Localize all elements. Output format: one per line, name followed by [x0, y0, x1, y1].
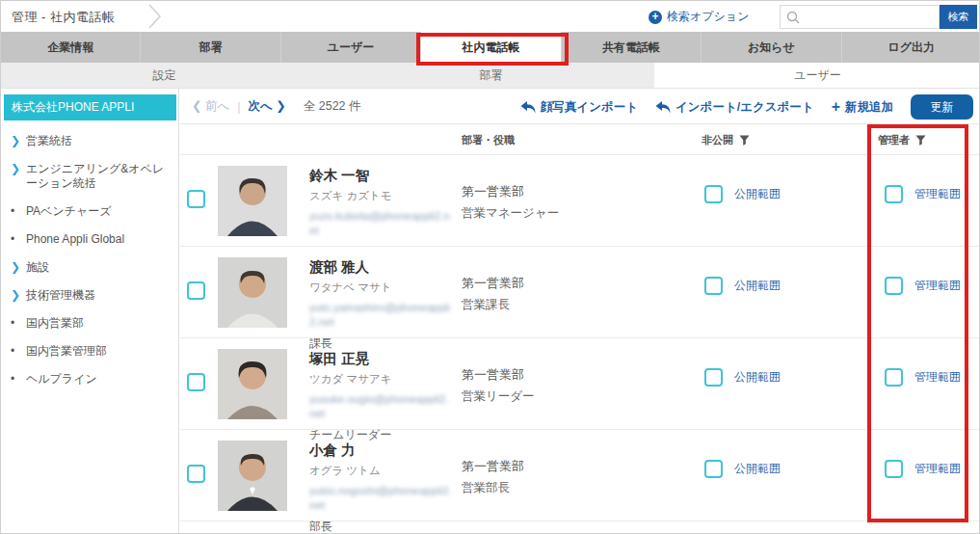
bullet-icon: •: [11, 372, 26, 387]
chevron-right-icon: ❯: [11, 288, 26, 303]
photo-import-button[interactable]: 顔写真インポート: [520, 99, 638, 116]
sidebar-item-facilities[interactable]: ❯ 施設: [1, 254, 179, 281]
user-name[interactable]: 塚田 正晃: [309, 350, 456, 368]
sidebar-item-phone-appli-global[interactable]: • Phone Appli Global: [1, 226, 179, 254]
tab-department[interactable]: 部署: [141, 32, 280, 63]
import-export-button[interactable]: インポート/エクスポート: [655, 99, 814, 116]
tree-item-label: ヘルプライン: [26, 372, 97, 387]
table-row: 鈴木 一智 スズキ カズトモ yuzo.kubota@phoneappli2.n…: [180, 155, 980, 247]
user-email-blurred: yuzo.kubota@phoneappli2.net: [309, 209, 454, 238]
user-photo[interactable]: [218, 257, 287, 328]
sub-tabbar: 設定 部署 ユーザー: [1, 63, 980, 89]
subtab-settings[interactable]: 設定: [1, 63, 328, 88]
user-department: 第一営業部: [462, 183, 635, 200]
department-tree: ❯ 営業統括 ❯ エンジニアリング&オペレーション統括 • PAベンチャーズ •…: [1, 127, 179, 393]
user-photo[interactable]: [218, 349, 287, 419]
public-scope-link[interactable]: 公開範囲: [734, 369, 781, 386]
user-identity: 鈴木 一智 スズキ カズトモ yuzo.kubota@phoneappli2.n…: [309, 167, 456, 238]
tab-notices[interactable]: お知らせ: [702, 32, 841, 63]
user-photo[interactable]: [218, 441, 287, 511]
tab-user[interactable]: ユーザー: [281, 32, 421, 63]
public-scope-link[interactable]: 公開範囲: [734, 186, 781, 202]
row-checkbox[interactable]: [187, 190, 205, 212]
tree-item-label: Phone Appli Global: [26, 232, 124, 247]
photo-import-label: 顔写真インポート: [541, 99, 638, 116]
private-checkbox[interactable]: [704, 185, 723, 203]
private-scope-cell: 公開範囲: [704, 368, 781, 387]
user-rows: 鈴木 一智 スズキ カズトモ yuzo.kubota@phoneappli2.n…: [180, 155, 980, 521]
sidebar-item-engineering-operations[interactable]: ❯ エンジニアリング&オペレーション統括: [1, 155, 179, 198]
department-sidebar: 株式会社PHONE APPLI ❯ 営業統括 ❯ エンジニアリング&オペレーショ…: [1, 89, 179, 534]
page-title: 管理 - 社内電話帳: [12, 9, 116, 26]
tree-item-label: エンジニアリング&オペレーション統括: [26, 162, 175, 191]
row-checkbox[interactable]: [187, 281, 205, 304]
search-icon: [786, 11, 800, 24]
public-scope-link[interactable]: 公開範囲: [734, 278, 781, 294]
chevron-right-icon: ❯: [11, 134, 26, 148]
row-checkbox[interactable]: [187, 373, 205, 395]
update-button[interactable]: 更新: [911, 94, 973, 120]
column-header-dept-role: 部署・役職: [462, 133, 515, 147]
search-options-button[interactable]: + 検索オプション: [649, 9, 749, 25]
public-scope-link[interactable]: 公開範囲: [734, 461, 781, 477]
search-box: [780, 5, 940, 29]
tab-shared-directory[interactable]: 共有電話帳: [562, 32, 702, 63]
sidebar-item-tech-equipment[interactable]: ❯ 技術管理機器: [1, 281, 179, 309]
table-header-row: 部署・役職 非公開 管理者: [180, 124, 980, 155]
sidebar-item-pa-ventures[interactable]: • PAベンチャーズ: [1, 198, 179, 226]
tab-company-info[interactable]: 企業情報: [1, 32, 141, 63]
admin-directory-window: 管理 - 社内電話帳 + 検索オプション 検索 企業情報 部署 ユーザー 社内電…: [0, 0, 980, 534]
column-header-admin: 管理者: [878, 133, 926, 147]
sidebar-item-sales-general[interactable]: ❯ 営業統括: [1, 127, 179, 155]
filter-icon[interactable]: [739, 135, 750, 146]
total-count-label: 全 2522 件: [304, 98, 361, 115]
prev-page-button[interactable]: ❮ 前へ: [192, 98, 229, 115]
sidebar-item-helpline[interactable]: • ヘルプライン: [1, 365, 179, 393]
tree-item-label: 国内営業管理部: [26, 344, 107, 359]
bullet-icon: •: [11, 232, 26, 247]
subtab-department[interactable]: 部署: [328, 63, 654, 88]
tree-item-label: 技術管理機器: [26, 288, 95, 303]
search-input[interactable]: [800, 11, 939, 24]
next-page-button[interactable]: 次へ ❯: [249, 98, 286, 115]
user-name[interactable]: 渡部 雅人: [309, 258, 456, 277]
toolbar-actions: 顔写真インポート インポート/エクスポート + 新規追加 更新: [520, 94, 973, 120]
tab-log-export[interactable]: ログ出力: [842, 32, 980, 63]
user-kana: ワタナベ マサト: [309, 280, 456, 295]
search-button[interactable]: 検索: [940, 5, 977, 29]
user-dept-role: 第一営業部 営業マネージャー: [462, 183, 635, 222]
filter-icon[interactable]: [915, 135, 926, 146]
chevron-right-icon: ❯: [11, 162, 26, 176]
tab-internal-directory[interactable]: 社内電話帳: [421, 32, 561, 63]
sidebar-item-domestic-sales-admin[interactable]: • 国内営業管理部: [1, 337, 179, 365]
admin-checkbox[interactable]: [885, 460, 903, 478]
subtab-user[interactable]: ユーザー: [654, 63, 980, 88]
user-role: 営業部長: [462, 480, 635, 496]
admin-scope-link[interactable]: 管理範囲: [914, 186, 961, 202]
admin-checkbox[interactable]: [885, 368, 903, 387]
row-checkbox[interactable]: [187, 465, 205, 487]
import-arrow-icon: [655, 101, 671, 114]
bullet-icon: •: [11, 316, 26, 331]
tree-item-label: 施設: [26, 260, 49, 275]
private-checkbox[interactable]: [704, 277, 723, 295]
user-email-blurred: yukio.nogoshi@phoneappli2.net: [309, 484, 454, 513]
user-name[interactable]: 小倉 力: [309, 441, 456, 460]
private-scope-cell: 公開範囲: [704, 460, 781, 478]
admin-scope-link[interactable]: 管理範囲: [914, 461, 961, 477]
user-photo[interactable]: [218, 166, 287, 236]
user-kana: オグラ ツトム: [309, 464, 456, 478]
private-checkbox[interactable]: [704, 368, 723, 387]
sidebar-item-domestic-sales[interactable]: • 国内営業部: [1, 309, 179, 337]
private-checkbox[interactable]: [704, 460, 723, 478]
admin-scope-cell: 管理範囲: [885, 368, 961, 387]
pager-divider: |: [237, 100, 240, 114]
table-row: 小倉 力 オグラ ツトム yukio.nogoshi@phoneappli2.n…: [180, 430, 980, 521]
admin-checkbox[interactable]: [885, 277, 903, 295]
admin-checkbox[interactable]: [885, 185, 903, 203]
add-new-button[interactable]: + 新規追加: [832, 99, 893, 116]
sidebar-company-root[interactable]: 株式会社PHONE APPLI: [4, 94, 176, 120]
admin-scope-link[interactable]: 管理範囲: [914, 278, 961, 294]
user-name[interactable]: 鈴木 一智: [309, 167, 456, 185]
admin-scope-link[interactable]: 管理範囲: [914, 369, 961, 386]
